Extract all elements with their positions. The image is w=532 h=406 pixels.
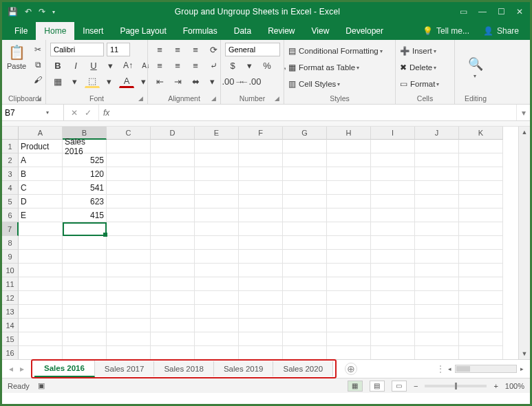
increase-font-icon[interactable]: A↑: [120, 58, 136, 72]
cell[interactable]: [63, 277, 107, 291]
row-header[interactable]: 1: [2, 140, 19, 153]
cell[interactable]: [371, 332, 415, 346]
select-all-button[interactable]: [2, 127, 19, 140]
dialog-launcher-icon[interactable]: ◢: [211, 95, 216, 102]
row-header[interactable]: 6: [2, 209, 19, 222]
cell[interactable]: [283, 264, 327, 277]
paste-button[interactable]: 📋 Paste: [6, 43, 27, 72]
cell[interactable]: [195, 167, 239, 181]
cell[interactable]: 623: [63, 195, 107, 209]
cell[interactable]: [151, 236, 195, 250]
cell[interactable]: [63, 236, 107, 250]
cell[interactable]: [195, 250, 239, 264]
cell[interactable]: [327, 277, 371, 291]
scroll-left-icon[interactable]: ◂: [446, 365, 454, 372]
fx-icon[interactable]: fx: [99, 105, 114, 120]
cell-styles-button[interactable]: ▥Cell Styles▾: [288, 77, 340, 91]
cell[interactable]: [63, 332, 107, 346]
tab-data[interactable]: Data: [226, 22, 259, 40]
cell[interactable]: [239, 305, 283, 319]
row-header[interactable]: 15: [2, 332, 19, 346]
sheet-tab[interactable]: Sales 2017: [95, 361, 155, 376]
row-header[interactable]: 3: [2, 167, 19, 181]
undo-icon[interactable]: ↶: [25, 7, 32, 17]
column-header[interactable]: J: [415, 127, 459, 140]
align-left-icon[interactable]: ≡: [152, 58, 167, 72]
cell[interactable]: [107, 250, 151, 264]
cell[interactable]: [415, 236, 459, 250]
column-header[interactable]: G: [283, 127, 327, 140]
cell[interactable]: Product: [19, 140, 63, 153]
row-header[interactable]: 11: [2, 277, 19, 291]
cell[interactable]: [63, 222, 107, 236]
scroll-track[interactable]: [455, 365, 517, 373]
cell[interactable]: [239, 236, 283, 250]
row-header[interactable]: 4: [2, 181, 19, 195]
zoom-slider[interactable]: [425, 385, 487, 387]
name-box-input[interactable]: [5, 108, 45, 118]
italic-button[interactable]: I: [68, 58, 83, 72]
cell[interactable]: C: [19, 181, 63, 195]
cell[interactable]: [415, 153, 459, 167]
cell[interactable]: [107, 264, 151, 277]
cell[interactable]: [283, 140, 327, 153]
cell[interactable]: [415, 277, 459, 291]
column-header[interactable]: A: [19, 127, 63, 140]
delete-button[interactable]: ✖Delete▾: [400, 61, 436, 74]
cell[interactable]: [19, 222, 63, 236]
cell[interactable]: [327, 167, 371, 181]
sheet-tab[interactable]: Sales 2019: [214, 361, 274, 376]
decrease-decimal-icon[interactable]: ←.00: [243, 74, 258, 88]
cell[interactable]: [415, 305, 459, 319]
redo-icon[interactable]: ↷: [39, 7, 45, 17]
macro-record-icon[interactable]: ▣: [38, 381, 45, 390]
cell[interactable]: [107, 332, 151, 346]
cell[interactable]: [327, 195, 371, 209]
increase-indent-icon[interactable]: ⇥: [170, 74, 185, 88]
cell[interactable]: [327, 181, 371, 195]
scroll-thumb[interactable]: [456, 366, 470, 372]
align-bottom-icon[interactable]: ≡: [188, 43, 203, 56]
cell[interactable]: [327, 291, 371, 305]
cell[interactable]: [239, 319, 283, 332]
tab-review[interactable]: Review: [259, 22, 303, 40]
cell[interactable]: [283, 153, 327, 167]
scroll-up-icon[interactable]: ▲: [519, 127, 530, 138]
cell[interactable]: [283, 167, 327, 181]
close-icon[interactable]: ✕: [516, 7, 523, 17]
page-layout-view-button[interactable]: ▤: [370, 381, 385, 392]
minimize-icon[interactable]: —: [478, 7, 487, 17]
cell[interactable]: [459, 291, 503, 305]
cell[interactable]: [459, 346, 503, 360]
cell[interactable]: [195, 195, 239, 209]
sheet-tab[interactable]: Sales 2018: [154, 361, 214, 376]
cell[interactable]: [371, 250, 415, 264]
expand-formula-icon[interactable]: ▾: [516, 105, 530, 120]
row-header[interactable]: 2: [2, 153, 19, 167]
cell[interactable]: [327, 209, 371, 222]
cell[interactable]: [415, 319, 459, 332]
cell[interactable]: [327, 264, 371, 277]
zoom-in-button[interactable]: +: [493, 382, 498, 390]
tab-home[interactable]: Home: [36, 22, 74, 40]
name-box[interactable]: ▾: [2, 105, 64, 120]
new-sheet-button[interactable]: ⊕: [345, 363, 357, 375]
wrap-text-icon[interactable]: ⤶: [206, 58, 221, 72]
cell[interactable]: E: [19, 209, 63, 222]
tab-insert[interactable]: Insert: [74, 22, 111, 40]
cell[interactable]: [459, 236, 503, 250]
cell[interactable]: [283, 222, 327, 236]
cell[interactable]: [239, 291, 283, 305]
cell[interactable]: [151, 346, 195, 360]
cell[interactable]: [371, 167, 415, 181]
cell[interactable]: [415, 167, 459, 181]
cell[interactable]: [151, 209, 195, 222]
number-format-select[interactable]: [225, 43, 280, 56]
cell[interactable]: [371, 277, 415, 291]
cell[interactable]: [151, 277, 195, 291]
column-header[interactable]: F: [239, 127, 283, 140]
cell[interactable]: [63, 305, 107, 319]
tab-formulas[interactable]: Formulas: [175, 22, 226, 40]
align-top-icon[interactable]: ≡: [152, 43, 167, 56]
cell[interactable]: 415: [63, 209, 107, 222]
